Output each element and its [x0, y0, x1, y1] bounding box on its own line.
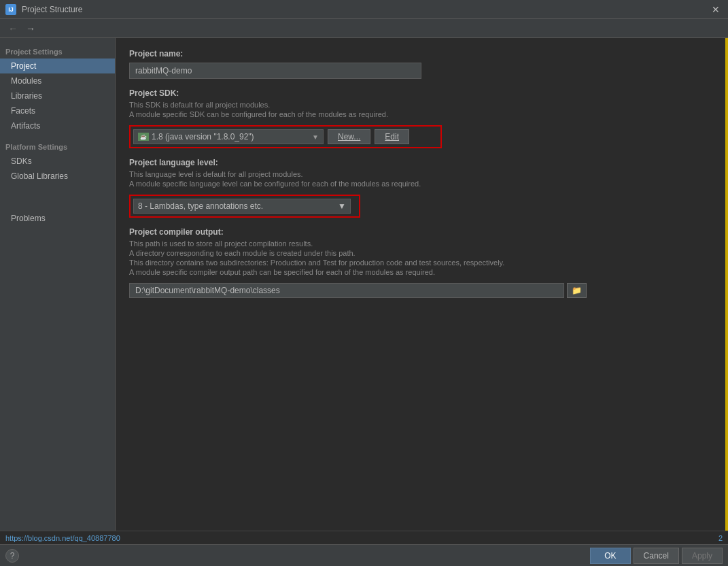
project-name-label: Project name: [129, 49, 714, 59]
compiler-output-path-row: 📁 [129, 283, 714, 298]
language-level-row: 8 - Lambdas, type annotations etc. ▼ [129, 195, 360, 218]
project-sdk-desc1: This SDK is default for all project modu… [129, 101, 714, 109]
main-layout: Project Settings Project Modules Librari… [0, 38, 728, 544]
sidebar-item-problems[interactable]: Problems [0, 211, 115, 226]
ok-button[interactable]: OK [590, 548, 630, 564]
chevron-down-icon-lang: ▼ [338, 201, 346, 211]
sidebar-item-facets[interactable]: Facets [0, 103, 115, 118]
sidebar: Project Settings Project Modules Librari… [0, 38, 116, 544]
sidebar-item-artifacts[interactable]: Artifacts [0, 118, 115, 133]
project-language-level-label: Project language level: [129, 158, 714, 167]
sdk-value: 1.8 (java version "1.8.0_92") [152, 132, 254, 142]
compiler-output-desc3: This directory contains two subdirectori… [129, 259, 714, 267]
compiler-output-desc1: This path is used to store all project c… [129, 239, 714, 248]
status-bar: https://blog.csdn.net/qq_40887780 2 [0, 531, 728, 544]
chevron-down-icon: ▼ [312, 133, 319, 141]
project-settings-label: Project Settings [0, 44, 115, 59]
project-language-level-desc2: A module specific language level can be … [129, 180, 714, 188]
content-area: Project name: Project SDK: This SDK is d… [116, 38, 728, 544]
sdk-row: ☕ 1.8 (java version "1.8.0_92") ▼ New...… [129, 125, 442, 148]
nav-bar: ← → [0, 19, 728, 38]
folder-browse-button[interactable]: 📁 [567, 283, 587, 298]
close-button[interactable]: ✕ [709, 3, 723, 16]
back-arrow: ← [5, 22, 20, 35]
sidebar-item-modules[interactable]: Modules [0, 73, 115, 88]
platform-settings-label: Platform Settings [0, 139, 115, 154]
compiler-output-desc4: A module specific compiler output path c… [129, 268, 714, 276]
forward-arrow[interactable]: → [23, 22, 38, 35]
project-sdk-desc2: A module specific SDK can be configured … [129, 110, 714, 118]
compiler-output-label: Project compiler output: [129, 227, 714, 237]
help-button[interactable]: ? [5, 549, 19, 563]
status-link[interactable]: https://blog.csdn.net/qq_40887780 [5, 534, 120, 542]
bottom-left: ? [0, 549, 19, 563]
sdk-icon: ☕ [138, 133, 149, 141]
compiler-output-path-input[interactable] [129, 283, 564, 298]
title-bar: IJ Project Structure ✕ [0, 0, 728, 19]
status-right: 2 [718, 534, 723, 542]
sidebar-item-sdks[interactable]: SDKs [0, 154, 115, 169]
cancel-button[interactable]: Cancel [634, 548, 679, 564]
sidebar-item-project[interactable]: Project [0, 59, 115, 73]
hint-bar [725, 38, 728, 531]
project-sdk-label: Project SDK: [129, 88, 714, 98]
bottom-bar: ? OK Cancel Apply [0, 544, 728, 566]
project-language-level-desc1: This language level is default for all p… [129, 170, 714, 178]
language-level-dropdown[interactable]: 8 - Lambdas, type annotations etc. ▼ [133, 199, 351, 214]
sdk-dropdown[interactable]: ☕ 1.8 (java version "1.8.0_92") ▼ [133, 129, 324, 144]
bottom-right: OK Cancel Apply [590, 548, 728, 564]
sdk-new-button[interactable]: New... [328, 129, 370, 144]
compiler-output-desc2: A directory corresponding to each module… [129, 249, 714, 257]
title-bar-text: Project Structure [22, 5, 82, 14]
apply-button[interactable]: Apply [682, 548, 723, 564]
sidebar-item-libraries[interactable]: Libraries [0, 88, 115, 103]
app-icon: IJ [5, 4, 16, 15]
project-name-input[interactable] [129, 63, 421, 79]
sdk-edit-button[interactable]: Edit [375, 129, 409, 144]
sidebar-item-global-libraries[interactable]: Global Libraries [0, 169, 115, 184]
language-level-value: 8 - Lambdas, type annotations etc. [138, 201, 263, 211]
